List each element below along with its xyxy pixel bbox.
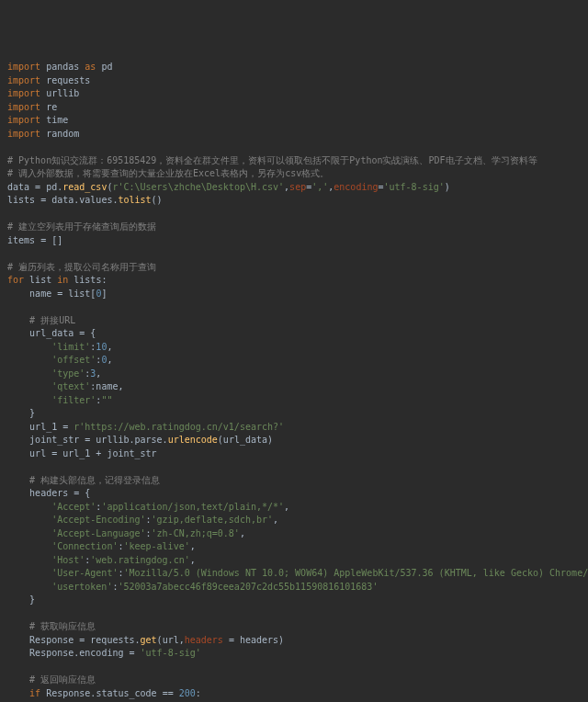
blank-line <box>7 208 581 221</box>
code-line: for list in lists: <box>7 274 581 288</box>
blank-line <box>7 607 581 621</box>
code-line: # Python知识交流群：695185429，资料全在群文件里，资料可以领取包… <box>7 154 581 168</box>
code-line: # 遍历列表，提取公司名称用于查询 <box>7 261 581 275</box>
code-line: 'Connection':'keep-alive', <box>7 540 581 554</box>
import-line: import time <box>7 114 581 128</box>
code-line: 'type':3, <box>7 368 581 381</box>
code-line: # 调入外部数据，将需要查询的大量企业放在Excel表格内，另存为csv格式。 <box>7 167 581 181</box>
code-line: } <box>7 407 581 421</box>
code-line: Response = requests.get(url,headers = he… <box>7 634 581 648</box>
code-line: 'User-Agent':'Mozilla/5.0 (Windows NT 10… <box>7 567 581 581</box>
import-line: import pandas as pd <box>7 61 581 74</box>
blank-line <box>7 661 581 674</box>
code-line: # 返回响应信息 <box>7 674 581 687</box>
code-line: # 拼接URL <box>7 314 581 328</box>
code-line: url = url_1 + joint_str <box>7 447 581 461</box>
code-line: 'Accept':'application/json,text/plain,*/… <box>7 501 581 515</box>
code-line: name = list[0] <box>7 288 581 301</box>
code-line: 'Accept-Encoding':'gzip,deflate,sdch,br'… <box>7 514 581 527</box>
code-line: } <box>7 594 581 607</box>
blank-line <box>7 460 581 474</box>
code-line: if Response.status_code == 200: <box>7 687 581 701</box>
import-line: import requests <box>7 74 581 88</box>
code-line: 'filter':"" <box>7 394 581 408</box>
code-line: url_data = { <box>7 327 581 341</box>
code-line: headers = { <box>7 487 581 501</box>
code-line: data = pd.read_csv(r'C:\Users\zhche\Desk… <box>7 181 581 195</box>
code-line: 'offset':0, <box>7 354 581 368</box>
code-line: url_1 = r'https://web.ratingdog.cn/v1/se… <box>7 421 581 435</box>
code-line: # 获取响应信息 <box>7 620 581 634</box>
code-line: # 建立空列表用于存储查询后的数据 <box>7 221 581 234</box>
code-line: joint_str = urllib.parse.urlencode(url_d… <box>7 434 581 447</box>
code-line: # 构建头部信息，记得登录信息 <box>7 474 581 488</box>
code-line: 'usertoken':'52003a7abecc46f89ceea207c2d… <box>7 581 581 594</box>
code-line: 'qtext':name, <box>7 380 581 394</box>
blank-line <box>7 247 581 261</box>
code-line: items = [] <box>7 234 581 248</box>
code-line: lists = data.values.tolist() <box>7 194 581 208</box>
code-line: Response.encoding = 'utf-8-sig' <box>7 647 581 661</box>
code-line: 'Accept-Language':'zh-CN,zh;q=0.8', <box>7 527 581 541</box>
code-line: 'limit':10, <box>7 341 581 355</box>
code-block: import pandas as pdimport requestsimport… <box>7 61 581 702</box>
import-line: import random <box>7 128 581 142</box>
import-line: import urllib <box>7 87 581 101</box>
import-line: import re <box>7 101 581 115</box>
code-line: 'Host':'web.ratingdog.cn', <box>7 554 581 568</box>
blank-line <box>7 141 581 154</box>
blank-line <box>7 300 581 314</box>
